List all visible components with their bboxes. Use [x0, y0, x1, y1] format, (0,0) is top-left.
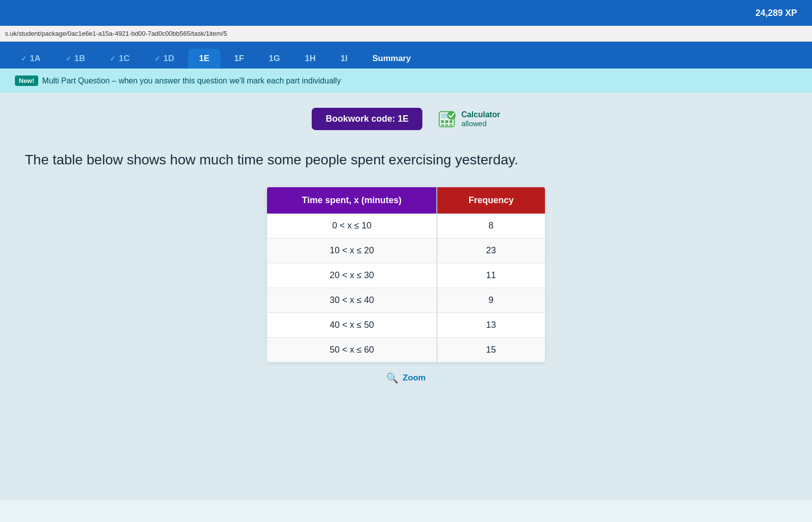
calculator-icon — [437, 110, 456, 129]
check-icon-1d: ✓ — [154, 55, 160, 63]
nav-tab-label-1c: 1C — [119, 54, 130, 64]
svg-rect-6 — [446, 124, 449, 126]
nav-tab-label-1f: 1F — [234, 54, 244, 64]
info-banner: New! Multi Part Question – when you answ… — [0, 69, 812, 93]
table-cell-range-2: 20 < x ≤ 30 — [267, 263, 437, 288]
svg-rect-5 — [441, 124, 444, 126]
nav-tab-label-1a: 1A — [30, 54, 41, 64]
table-cell-freq-4: 13 — [437, 313, 545, 338]
nav-tab-1g[interactable]: 1G — [258, 49, 291, 69]
nav-tab-label-1h: 1H — [305, 54, 316, 64]
allowed-label: allowed — [461, 119, 500, 128]
table-cell-range-0: 0 < x ≤ 10 — [267, 214, 437, 238]
question-text: The table below shows how much time some… — [25, 150, 787, 169]
nav-tab-label-1b: 1B — [74, 54, 85, 64]
nav-tab-label-1i: 1I — [340, 54, 347, 64]
svg-rect-4 — [450, 120, 453, 123]
zoom-label: Zoom — [403, 373, 425, 383]
table-wrapper: Time spent, x (minutes) Frequency 0 < x … — [25, 187, 787, 384]
nav-tab-1f[interactable]: 1F — [223, 49, 255, 69]
svg-rect-3 — [446, 120, 449, 123]
calculator-info: Calculator allowed — [437, 110, 500, 129]
col2-header: Frequency — [437, 187, 545, 214]
table-cell-freq-0: 8 — [437, 214, 545, 238]
nav-tab-1c[interactable]: ✓1C — [99, 49, 140, 69]
table-row: 50 < x ≤ 6015 — [267, 338, 545, 363]
top-bar: 24,289 XP — [0, 0, 812, 26]
table-cell-range-1: 10 < x ≤ 20 — [267, 238, 437, 263]
calculator-text: Calculator allowed — [461, 110, 500, 128]
check-icon-1c: ✓ — [110, 55, 116, 63]
table-row: 40 < x ≤ 5013 — [267, 313, 545, 338]
nav-tab-1e[interactable]: 1E — [188, 49, 220, 69]
table-cell-freq-2: 11 — [437, 263, 545, 288]
nav-tab-1d[interactable]: ✓1D — [143, 49, 185, 69]
table-row: 10 < x ≤ 2023 — [267, 238, 545, 263]
table-cell-range-4: 40 < x ≤ 50 — [267, 313, 437, 338]
table-cell-freq-5: 15 — [437, 338, 545, 363]
nav-tab-1h[interactable]: 1H — [294, 49, 327, 69]
url-bar: s.uk/student/package/0ac1e6e1-a15a-4921-… — [0, 26, 812, 42]
url-text: s.uk/student/package/0ac1e6e1-a15a-4921-… — [5, 30, 227, 37]
col1-header: Time spent, x (minutes) — [267, 187, 437, 214]
nav-tab-1b[interactable]: ✓1B — [55, 49, 96, 69]
svg-rect-2 — [441, 120, 444, 123]
data-table: Time spent, x (minutes) Frequency 0 < x … — [267, 187, 545, 362]
table-row: 0 < x ≤ 108 — [267, 214, 545, 238]
calculator-label: Calculator — [461, 110, 500, 119]
svg-rect-7 — [450, 124, 453, 126]
svg-point-8 — [447, 111, 456, 119]
check-icon-1a: ✓ — [21, 55, 27, 63]
zoom-button[interactable]: 🔍 Zoom — [386, 372, 425, 384]
nav-tab-label-summary: Summary — [372, 54, 410, 64]
bookwork-row: Bookwork code: 1E Calculator allowed — [25, 108, 787, 130]
nav-tab-label-1e: 1E — [199, 54, 209, 64]
table-row: 20 < x ≤ 3011 — [267, 263, 545, 288]
nav-tab-summary[interactable]: Summary — [361, 49, 421, 69]
table-cell-freq-3: 9 — [437, 288, 545, 313]
bookwork-badge: Bookwork code: 1E — [312, 108, 422, 130]
zoom-icon: 🔍 — [386, 372, 399, 384]
banner-text: Multi Part Question – when you answer th… — [42, 76, 341, 85]
new-badge: New! — [15, 75, 38, 86]
nav-tab-1i[interactable]: 1I — [330, 49, 358, 69]
nav-tab-label-1d: 1D — [163, 54, 174, 64]
nav-tab-1a[interactable]: ✓1A — [10, 49, 52, 69]
table-row: 30 < x ≤ 409 — [267, 288, 545, 313]
table-cell-range-3: 30 < x ≤ 40 — [267, 288, 437, 313]
main-content: Bookwork code: 1E Calculator allowed — [0, 93, 812, 500]
table-cell-range-5: 50 < x ≤ 60 — [267, 338, 437, 363]
check-icon-1b: ✓ — [66, 55, 71, 63]
nav-tab-label-1g: 1G — [269, 54, 280, 64]
xp-display: 24,289 XP — [755, 8, 797, 18]
table-cell-freq-1: 23 — [437, 238, 545, 263]
nav-tabs: ✓1A✓1B✓1C✓1D1E1F1G1H1ISummary — [0, 42, 812, 69]
